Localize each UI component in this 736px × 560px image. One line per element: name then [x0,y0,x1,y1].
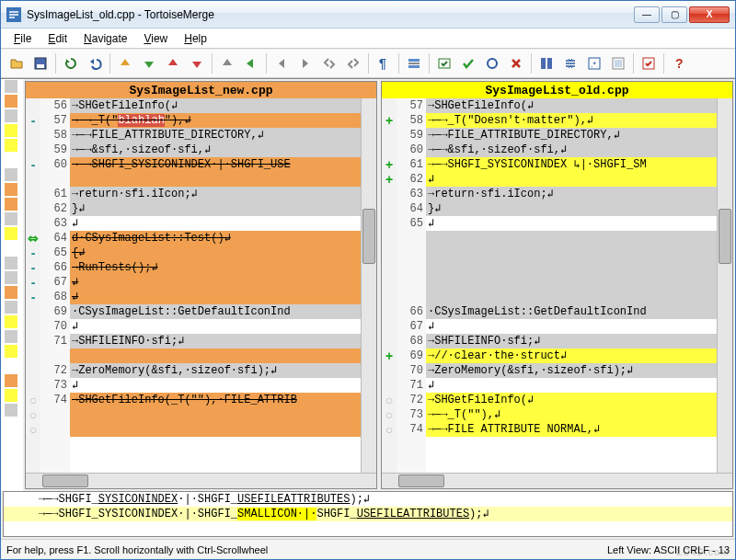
code-line[interactable]: →—→SHGFI_SYSICONINDEX ↳|·SHGFI_SM [426,157,717,172]
code-line[interactable] [70,407,361,422]
switch-view-icon[interactable] [535,52,558,74]
settings-icon[interactable] [607,52,629,74]
right-code-column[interactable]: →SHGetFileInfo(↲→—→_T("Doesn't·matter"),… [426,98,717,473]
locator-block[interactable] [5,301,17,314]
code-line[interactable]: →ZeroMemory(&sfi,·sizeof·sfi);↲ [70,363,361,378]
code-line[interactable]: →—→SHGFI_SYSICONINDEX·|·SHGFI_USE [70,157,361,172]
locator-block[interactable] [5,242,17,255]
code-line[interactable] [426,290,717,304]
maximize-button[interactable]: ▢ [661,6,687,23]
merge-line[interactable]: →—→SHGFI_SYSICONINDEX·|·SHGFI_SMALLICON·… [4,507,732,521]
title-bar[interactable]: SysImageList_old.cpp - TortoiseMerge — ▢… [1,1,735,29]
help-icon[interactable]: ? [668,52,690,74]
nav-down-conflict-icon[interactable] [186,52,208,74]
locator-bar[interactable] [1,79,23,491]
locator-block[interactable] [5,330,17,343]
left-code-column[interactable]: →SHGetFileInfo(↲→—→_T("blahlah"),↲→—→FIL… [70,98,361,473]
code-line[interactable]: ↲ [426,319,717,334]
code-line[interactable]: →ZeroMemory(&sfi,·sizeof·sfi);↲ [426,363,717,378]
locator-block[interactable] [5,404,17,417]
code-line[interactable]: }↲ [70,201,361,216]
mark-edited-icon[interactable] [638,52,660,74]
merge-pane[interactable]: →—→SHGFI_SYSICONINDEX·|·SHGFI_USEFILEATT… [3,491,733,537]
locator-block[interactable] [5,80,17,93]
locator-block[interactable] [5,183,17,196]
code-line[interactable]: →SHGetFileInfo(↲ [70,98,361,113]
reject-x-icon[interactable] [505,52,527,74]
use-right-icon[interactable] [294,52,316,74]
locator-block[interactable] [5,154,17,166]
open-icon[interactable] [6,52,28,74]
code-line[interactable]: →—→_T(""),↲ [426,407,717,422]
code-line[interactable]: ↲ [426,216,717,231]
right-vscrollbar[interactable] [717,98,732,473]
regex-icon[interactable]: .* [583,52,605,74]
code-line[interactable]: ↲ [70,319,361,334]
menu-help[interactable]: Help [177,30,214,47]
code-line[interactable]: d·CSysImageList::Test()↲ [70,231,361,246]
code-line[interactable] [426,260,717,275]
code-line[interactable]: }↲ [426,201,717,216]
code-line[interactable] [426,231,717,246]
code-line[interactable]: ↲ [426,378,717,393]
right-hscrollbar[interactable] [382,473,732,488]
menu-edit[interactable]: Edit [40,30,75,47]
nav-down-icon[interactable] [138,52,160,74]
accept-icon[interactable] [457,52,479,74]
menu-view[interactable]: View [136,30,175,47]
code-line[interactable]: →SHGetFileInfo(↲ [426,98,717,113]
code-line[interactable]: →return·sfi.iIcon;↲ [70,187,361,201]
code-line[interactable]: →SHFILEINFO·sfi;↲ [70,334,361,349]
left-vscrollbar[interactable] [361,98,376,473]
locator-block[interactable] [5,360,17,372]
code-line[interactable]: {↲ [70,246,361,260]
code-line[interactable] [70,422,361,437]
menu-file[interactable]: File [6,30,39,47]
whitespace-icon[interactable]: ¶ [373,52,395,74]
code-line[interactable]: →—→_T("blahlah"),↲ [70,113,361,128]
diff-bar-icon[interactable] [403,52,425,74]
save-icon[interactable] [29,52,52,74]
code-line[interactable]: ↲ [70,216,361,231]
code-line[interactable] [70,172,361,187]
locator-block[interactable] [5,124,17,137]
locator-block[interactable] [5,389,17,402]
locator-block[interactable] [5,212,17,225]
nav-next-inline-icon[interactable] [240,52,262,74]
locator-block[interactable] [5,139,17,152]
code-line[interactable]: →RunTests();↲ [70,260,361,275]
locator-block[interactable] [5,109,17,122]
code-line[interactable]: ↲ [70,290,361,304]
mark-resolved-icon[interactable] [433,52,455,74]
locator-block[interactable] [5,227,17,240]
nav-up-conflict-icon[interactable] [162,52,184,74]
code-line[interactable]: →SHFILEINFO·sfi;↲ [426,334,717,349]
use-left-icon[interactable] [270,52,293,74]
code-line[interactable] [426,246,717,260]
reload-icon[interactable] [60,52,82,74]
code-line[interactable] [426,275,717,290]
code-line[interactable]: ·CSysImageList::GetDefaultIconInd [426,304,717,319]
code-line[interactable]: →—→FILE_ATTRIBUTE_DIRECTORY,↲ [70,128,361,143]
locator-block[interactable] [5,286,17,299]
left-hscrollbar[interactable] [26,473,376,488]
locator-block[interactable] [5,315,17,328]
code-line[interactable]: →//·clear·the·struct↲ [426,349,717,363]
locator-block[interactable] [5,168,17,181]
minimize-button[interactable]: — [634,6,660,23]
code-line[interactable] [70,349,361,363]
use-right-then-left-icon[interactable] [342,52,364,74]
collapse-icon[interactable] [559,52,581,74]
close-button[interactable]: X [689,6,730,23]
merge-line[interactable]: →—→SHGFI_SYSICONINDEX·|·SHGFI_USEFILEATT… [4,492,732,507]
code-line[interactable]: ↲ [70,275,361,290]
code-line[interactable]: →—→&sfi,·sizeof·sfi,↲ [70,143,361,157]
code-line[interactable]: →return·sfi.iIcon;↲ [426,187,717,201]
locator-block[interactable] [5,345,17,358]
locator-block[interactable] [5,198,17,211]
code-line[interactable]: →—→_T("Doesn't·matter"),↲ [426,113,717,128]
locator-block[interactable] [5,95,17,108]
code-line[interactable]: ·CSysImageList::GetDefaultIconInd [70,304,361,319]
use-left-then-right-icon[interactable] [318,52,340,74]
nav-prev-inline-icon[interactable] [216,52,238,74]
